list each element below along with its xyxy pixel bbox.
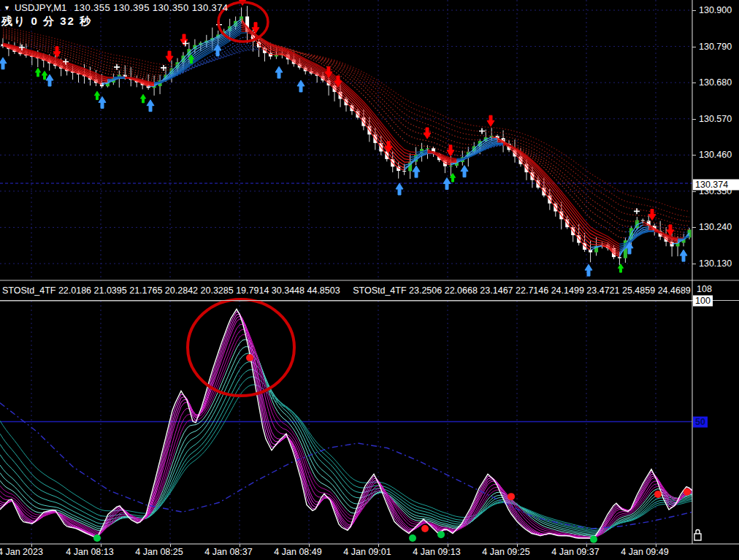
buy-arrow-icon [396,183,403,195]
stoch-fan-line [0,315,692,538]
price-axis-tick [692,155,696,156]
buy-arrow-icon [147,100,154,112]
annotation-circle-indicator[interactable] [188,299,294,396]
price-axis-tick [692,264,696,264]
sell-dot [684,488,691,496]
minor-buy-arrow-icon [42,71,47,80]
time-axis-tick [309,544,310,547]
ma-ribbon-line [113,77,125,77]
mt4-chart-window: ▼USDJPY,M1130.355 130.395 130.350 130.37… [0,0,739,560]
time-axis-label: 4 Jan 08:37 [204,547,252,557]
buy-dot [590,536,597,543]
time-axis-label: 4 Jan 2023 [0,547,43,557]
price-axis-label: 130.240 [699,222,732,232]
time-axis-tick [378,544,379,547]
time-axis-label: 4 Jan 08:49 [274,547,321,557]
stoch-fan-line [0,329,692,537]
stoch-fan-line [0,312,692,538]
ma-ribbon-line [253,43,469,148]
plus-marker-icon [479,128,485,134]
candle-bear [618,257,621,258]
time-axis-tick [31,544,32,547]
time-axis-label: 4 Jan 09:25 [482,547,529,557]
stoch-fan-line [0,353,692,534]
candle-countdown-timer: 残り 0 分 32 秒 [1,15,92,28]
stoch-fan-line [0,324,692,537]
symbol-dropdown-icon[interactable]: ▼ [4,4,10,12]
minor-buy-arrow-icon [35,68,40,77]
current-price-badge: 130.374 [693,180,739,191]
stoch-fan-line [0,334,692,537]
indicator-pane [0,301,692,544]
minor-buy-arrow-icon [94,91,99,100]
time-axis-tick [586,544,587,547]
candle-bull [449,166,453,166]
stoch-fan-line [0,362,692,534]
buy-arrow-icon [99,96,106,108]
indicator-label-bar: STOStd_4TF 22.0186 21.0395 21.1765 20.28… [0,281,692,300]
stoch-fan-line [0,316,692,538]
buy-arrow-icon [0,58,7,69]
indicator-level-100-badge: 100 [693,296,713,307]
minor-buy-arrow-icon [618,264,623,273]
buy-dot [409,534,416,542]
price-axis-label: 130.790 [699,42,732,52]
ma-ribbon-line [259,50,690,217]
ma-ribbon-line [497,142,619,250]
buy-arrow-icon [46,74,53,86]
buy-arrow-icon [585,264,592,276]
symbol-quote-line: ▼USDJPY,M1130.355 130.395 130.350 130.37… [4,2,228,13]
indicator-scale-lock-icon[interactable] [694,530,701,541]
main-chart-pane [0,0,692,281]
sell-arrow-icon [667,225,674,236]
candle-bear [641,220,645,221]
price-axis-tick [692,191,696,192]
time-axis-label: 4 Jan 09:13 [413,547,460,557]
symbol-timeframe-label: USDJPY,M1 [15,2,66,13]
stoch-fan-line [0,377,692,531]
stoch-fan-line [0,319,692,538]
time-axis-tick [170,544,171,547]
indicator-values-2: STOStd_4TF 23.2506 22.0668 23.1467 22.71… [353,285,691,296]
time-axis-label: 4 Jan 09:37 [551,547,599,557]
sell-dot [246,354,253,361]
ma-ribbon-line [491,137,590,250]
chart-canvas[interactable] [0,0,739,560]
ma-ribbon-line [248,33,416,153]
buy-arrow-icon [443,177,451,189]
stoch-fan-line [0,347,692,536]
price-axis-label: 130.680 [699,77,732,88]
ma-ribbon-line [503,142,689,229]
price-axis-tick [692,47,696,47]
ma-ribbon-line [3,45,102,83]
sell-dot [508,493,515,500]
price-axis-tick [692,227,696,228]
price-axis-tick [692,83,696,83]
stoch-fan-line [0,369,692,532]
buy-dot [437,531,445,538]
candle-bear [402,171,406,172]
buy-arrow-icon [297,80,305,92]
buy-dot [93,534,101,542]
ma-ribbon-line [253,41,469,153]
stoch-fan-line [0,385,692,529]
sell-dot [421,525,429,532]
indicator-scale-max-label: 108 [697,284,712,294]
price-axis-label: 130.460 [699,150,732,160]
time-axis-label: 4 Jan 08:25 [135,547,183,557]
time-axis-tick [448,544,448,547]
time-axis-label: 4 Jan 08:13 [66,547,113,557]
ohlc-quotes: 130.355 130.395 130.350 130.374 [74,2,228,13]
price-axis-label: 130.130 [699,258,732,269]
ma-ribbon-line [3,29,172,68]
price-axis-tick [692,119,696,120]
time-axis-label: 4 Jan 09:01 [343,547,391,557]
ma-ribbon-line [259,49,690,221]
buy-arrow-icon [461,166,468,177]
sell-arrow-icon [385,142,392,153]
minor-buy-arrow-icon [140,94,145,103]
stoch-fan-line [0,340,692,537]
sell-dot [654,491,662,498]
buy-arrow-icon [680,250,687,261]
buy-arrow-icon [275,66,283,78]
